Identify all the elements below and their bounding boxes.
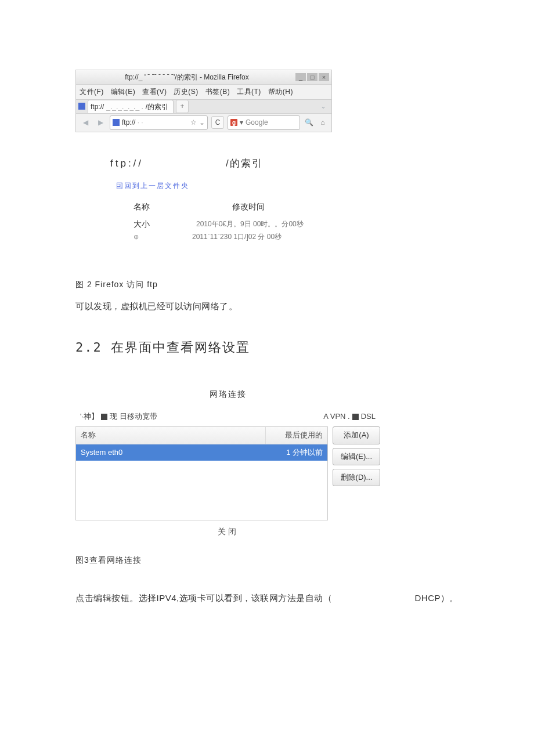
- menu-bookmarks[interactable]: 书签(B): [205, 88, 230, 96]
- window-title: ftp://_ ' ˉ ˉˉ ˉ ˉ ˉ ˉ'/的索引 - Mozilla Fi…: [78, 71, 295, 83]
- listing-sym-row: ⊕ 2011ˉ11ˉ230 1口/]02 分 00秒: [134, 231, 354, 243]
- menu-edit[interactable]: 编辑(E): [111, 88, 136, 96]
- tab-mobile[interactable]: 日移动宽带: [120, 410, 157, 423]
- body-text-2: 点击编辑按钮。选择IPV4,选项卡可以看到，该联网方法是自动（ DHCP）。: [75, 591, 459, 606]
- menu-tools[interactable]: 工具(T): [237, 88, 261, 96]
- url-rest: · ·: [138, 118, 143, 126]
- list-header: 名称 最后使用的: [76, 427, 327, 444]
- listing-row-2: 2011ˉ11ˉ230 1口/]02 分 00秒: [192, 231, 282, 243]
- conn-name: System eth0: [76, 444, 266, 461]
- tab-bar: ftp:// _._._._._._ . /的索引 + ⌄: [76, 99, 331, 114]
- section-title: 在界面中查看网络设置: [111, 340, 250, 355]
- forward-button[interactable]: ▶: [95, 117, 106, 128]
- menubar: 文件(F) 编辑(E) 查看(V) 历史(S) 书签(B) 工具(T) 帮助(H…: [76, 85, 331, 99]
- col-last-used: 最后使用的: [266, 427, 327, 443]
- edit-button[interactable]: 编辑(E)...: [333, 448, 380, 465]
- minimize-button[interactable]: _: [295, 73, 306, 81]
- listing-row-1: 2010年0€月。9日 00时。。分00秒: [196, 218, 304, 230]
- tab-wireless[interactable]: 现: [101, 410, 117, 423]
- col-conn-name: 名称: [76, 427, 266, 443]
- nav-toolbar: ◀ ▶ ftp:// · · ☆ ⌄ C g ▾ Google 🔍 ⌂: [76, 114, 331, 131]
- col-time: 修改时间: [232, 200, 265, 214]
- menu-file[interactable]: 文件(F): [80, 88, 104, 96]
- col-name: 名称: [134, 200, 232, 214]
- close-button[interactable]: ×: [319, 73, 329, 81]
- search-bar[interactable]: g ▾ Google: [228, 115, 300, 129]
- dialog-title: 网珞连接: [75, 388, 380, 401]
- size-label: 大小: [134, 218, 150, 231]
- body-text-1: 可以发现，虚拟机已经可以访问网络了。: [75, 299, 459, 314]
- up-directory-link[interactable]: 囙回到上一层文件央: [116, 180, 354, 191]
- browser-tab[interactable]: ftp:// _._._._._._ . /的索引: [88, 100, 174, 113]
- conn-last-used: 1 分钟以前: [266, 444, 327, 461]
- section-number: 2.2: [75, 340, 102, 355]
- url-scheme: ftp://: [122, 118, 135, 126]
- delete-button[interactable]: 删除(D)...: [333, 469, 380, 486]
- menu-help[interactable]: 帮助(H): [268, 88, 293, 96]
- url-favicon: [113, 119, 120, 126]
- search-placeholder: Google: [246, 117, 268, 128]
- connection-list[interactable]: 名称 最后使用的 System eth0 1 分钟以前: [75, 426, 328, 520]
- reload-button[interactable]: C: [211, 116, 224, 129]
- listing-path-prefix: ftp://: [110, 155, 143, 172]
- bookmark-star-icon[interactable]: ☆: [190, 117, 197, 128]
- body2-left: 点击编辑按钮。选择IPV4,选项卡可以看到，该联网方法是自动（: [75, 591, 332, 606]
- back-button[interactable]: ◀: [80, 117, 91, 128]
- search-icon[interactable]: 🔍: [304, 117, 314, 128]
- maximize-button[interactable]: □: [307, 73, 317, 81]
- close-button-row: 关闭: [75, 522, 380, 539]
- connection-row-selected[interactable]: System eth0 1 分钟以前: [76, 444, 327, 461]
- listing-path-suffix: /的索引: [226, 155, 263, 172]
- listing-size-row: 大小 2010年0€月。9日 00时。。分00秒: [134, 218, 354, 231]
- menu-history[interactable]: 历史(S): [174, 88, 199, 96]
- listing-header: 名称 修改时间: [134, 200, 319, 214]
- tab-title-mid: _._._._._._ .: [106, 101, 143, 113]
- tab-title-suffix: /的索引: [146, 101, 168, 113]
- tab-favicon: [78, 103, 85, 110]
- new-tab-button[interactable]: +: [176, 100, 189, 113]
- tab-vpn[interactable]: A VPN .: [323, 410, 350, 423]
- section-heading: 2.2 在界面中查看网络设置: [75, 337, 459, 358]
- figure-3-caption: 图3查看网络连接: [75, 554, 459, 567]
- listing-symbol: ⊕: [134, 231, 139, 243]
- tab-dropdown-icon[interactable]: ⌄: [317, 100, 329, 112]
- url-dropdown-icon[interactable]: ⌄: [199, 117, 205, 128]
- dialog-buttons: 添加(A) 编辑(E)... 删除(D)...: [333, 426, 380, 486]
- ftp-listing: ftp:// /的索引 囙回到上一层文件央 名称 修改时间 大小 2010年0€…: [110, 155, 354, 243]
- tab-dsl[interactable]: DSL: [352, 410, 376, 423]
- firefox-window: ftp://_ ' ˉ ˉˉ ˉ ˉ ˉ ˉ'/的索引 - Mozilla Fi…: [75, 70, 332, 132]
- network-connections-dialog: 网珞连接 '·神】 现 日移动宽带 A VPN . DSL 名称 最后使用的 S…: [75, 388, 380, 540]
- tab-wired[interactable]: '·神】: [80, 410, 99, 423]
- titlebar: ftp://_ ' ˉ ˉˉ ˉ ˉ ˉ ˉ'/的索引 - Mozilla Fi…: [76, 70, 331, 85]
- figure-2-caption: 图 2 Firefox 访问 ftp: [75, 278, 459, 292]
- listing-path: ftp:// /的索引: [110, 155, 354, 172]
- url-bar[interactable]: ftp:// · · ☆ ⌄: [110, 115, 208, 129]
- body2-right: DHCP）。: [414, 591, 459, 606]
- tab-title-prefix: ftp://: [91, 101, 104, 113]
- dialog-tabs: '·神】 现 日移动宽带 A VPN . DSL: [75, 410, 380, 426]
- google-icon: g: [230, 119, 237, 126]
- menu-view[interactable]: 查看(V): [142, 88, 167, 96]
- add-button[interactable]: 添加(A): [333, 426, 380, 444]
- close-button[interactable]: 关闭: [218, 525, 239, 539]
- home-icon[interactable]: ⌂: [317, 117, 328, 128]
